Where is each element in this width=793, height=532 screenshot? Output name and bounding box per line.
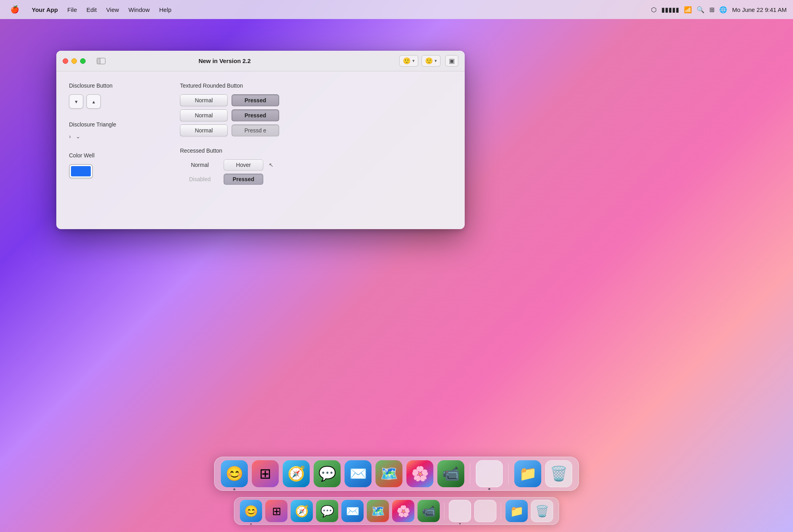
disclosure-triangle-title: Disclosure Triangle <box>69 121 148 128</box>
folder2-icon: 📁 <box>510 505 524 518</box>
emoji-picker2-button[interactable]: 🙂 ▾ <box>421 55 441 67</box>
recessed-pressed-button[interactable]: Pressed <box>224 174 263 185</box>
dock-launchpad[interactable]: ⊞ <box>252 460 279 487</box>
menu-file[interactable]: File <box>63 5 81 15</box>
disclosure-up-button[interactable]: ▴ <box>86 94 101 109</box>
facetime2-icon: 📹 <box>422 505 436 518</box>
textured-normal-2[interactable]: Normal <box>180 109 228 121</box>
recessed-disabled-button: Disabled <box>180 174 220 184</box>
recessed-button-title: Recessed Button <box>180 147 452 154</box>
titlebar-controls: 🙂 ▾ 🙂 ▾ <box>399 55 441 67</box>
messages2-icon: 💬 <box>320 505 334 518</box>
dock-finder[interactable]: 😊 <box>221 460 248 487</box>
textured-button-grid: Normal Pressed Normal Pressed Normal Pre… <box>180 94 452 136</box>
color-well-section: Color Well <box>69 152 148 178</box>
textured-normal-3[interactable]: Normal <box>180 124 228 136</box>
app-name-menu[interactable]: Your App <box>28 5 62 15</box>
recessed-row-2: Disabled Pressed <box>180 174 452 185</box>
recessed-normal-button[interactable]: Normal <box>180 160 220 170</box>
menu-window[interactable]: Window <box>125 5 153 15</box>
color-well-title: Color Well <box>69 152 148 159</box>
menu-view[interactable]: View <box>102 5 123 15</box>
recessed-button-section: Recessed Button Normal Hover ↖ Disabled … <box>180 147 452 185</box>
siri-dot <box>488 488 490 490</box>
dock-folder[interactable]: 📁 <box>514 460 541 487</box>
apple-menu[interactable]: 🍎 <box>6 4 23 15</box>
mail-icon: ✉️ <box>349 465 367 482</box>
secondary-dock: 😊 ⊞ 🧭 💬 ✉️ 🗺️ 🌸 📹 📁 <box>234 497 559 525</box>
dock2-generic1-dot <box>459 523 461 524</box>
dock-trash[interactable]: 🗑️ <box>545 460 572 487</box>
disclosure-triangles-group: › ⌄ <box>69 133 148 140</box>
dock-messages[interactable]: 💬 <box>314 460 341 487</box>
textured-row-3: Normal Pressd e <box>180 124 452 136</box>
color-well-button[interactable] <box>69 164 93 178</box>
dock-maps[interactable]: 🗺️ <box>375 460 402 487</box>
textured-pressed-1[interactable]: Pressed <box>232 94 279 106</box>
chevron-up-icon: ▴ <box>92 99 95 105</box>
maps2-icon: 🗺️ <box>371 505 385 518</box>
mail2-icon: ✉️ <box>346 505 360 518</box>
disclosure-down-button[interactable]: ▾ <box>69 94 83 109</box>
textured-row-1: Normal Pressed <box>180 94 452 106</box>
disclosure-button-section: Disclosure Button ▾ ▴ <box>69 82 148 109</box>
titlebar: New in Version 2.2 🙂 ▾ 🙂 ▾ ▣ <box>56 51 465 71</box>
maps-icon: 🗺️ <box>380 465 398 482</box>
dock2-generic2[interactable] <box>474 500 496 522</box>
dock-photos[interactable]: 🌸 <box>406 460 433 487</box>
app-window: New in Version 2.2 🙂 ▾ 🙂 ▾ ▣ Disclosure … <box>56 51 465 229</box>
datetime-display: Mo June 22 9:41 AM <box>732 6 787 13</box>
dock-mail[interactable]: ✉️ <box>345 460 372 487</box>
dock-siri[interactable] <box>476 460 503 487</box>
triangle-right-button[interactable]: › <box>69 133 71 140</box>
finder-dot <box>234 488 236 490</box>
dock2-finder[interactable]: 😊 <box>240 500 262 522</box>
recessed-hover-button[interactable]: Hover <box>224 159 263 170</box>
emoji-picker-button[interactable]: 🙂 ▾ <box>399 55 418 67</box>
facetime-icon: 📹 <box>442 465 460 482</box>
left-panel: Disclosure Button ▾ ▴ Disclosure Triangl… <box>69 82 148 218</box>
siri-icon[interactable]: 🌐 <box>719 6 727 13</box>
dock2-maps[interactable]: 🗺️ <box>367 500 389 522</box>
menu-edit[interactable]: Edit <box>82 5 101 15</box>
safari-icon: 🧭 <box>287 465 305 482</box>
dock2-photos[interactable]: 🌸 <box>392 500 414 522</box>
launchpad2-icon: ⊞ <box>272 505 281 518</box>
menubar-right: ⬡ ▮▮▮▮▮ 📶 🔍 ⊞ 🌐 Mo June 22 9:41 AM <box>651 6 787 13</box>
recessed-row-1: Normal Hover ↖ <box>180 159 452 170</box>
dock2-trash[interactable]: 🗑️ <box>531 500 553 522</box>
dock2-launchpad[interactable]: ⊞ <box>265 500 287 522</box>
folder-icon: 📁 <box>519 465 537 482</box>
dock2-messages[interactable]: 💬 <box>316 500 338 522</box>
control-center-icon[interactable]: ⊞ <box>709 6 714 13</box>
dock2-separator-1 <box>444 503 444 519</box>
main-dock: 😊 ⊞ 🧭 💬 ✉️ 🗺️ 🌸 📹 📁 <box>214 457 579 491</box>
textured-normal-1[interactable]: Normal <box>180 94 228 106</box>
cursor-indicator: ↖ <box>269 162 274 168</box>
photos-icon: 🌸 <box>411 465 429 482</box>
dock-facetime[interactable]: 📹 <box>437 460 464 487</box>
recessed-button-grid: Normal Hover ↖ Disabled Pressed <box>180 159 452 185</box>
chevron-down2-icon: ▾ <box>435 58 437 63</box>
textured-pressed-2[interactable]: Pressed <box>232 109 279 121</box>
triangle-down-button[interactable]: ⌄ <box>76 133 80 140</box>
menu-help[interactable]: Help <box>155 5 175 15</box>
disclosure-button-title: Disclosure Button <box>69 82 148 89</box>
dock2-separator-2 <box>501 503 501 519</box>
menubar: 🍎 Your App File Edit View Window Help ⬡ … <box>0 0 793 19</box>
dock-safari[interactable]: 🧭 <box>283 460 310 487</box>
dock2-folder[interactable]: 📁 <box>506 500 528 522</box>
dock-area: 😊 ⊞ 🧭 💬 ✉️ 🗺️ 🌸 📹 📁 <box>0 397 793 532</box>
trash2-icon: 🗑️ <box>535 505 549 518</box>
right-panel: Textured Rounded Button Normal Pressed N… <box>180 82 452 218</box>
search-icon[interactable]: 🔍 <box>697 6 705 13</box>
sidebar-toggle-right-button[interactable]: ▣ <box>445 55 458 67</box>
dock-separator-1 <box>470 463 470 484</box>
dock2-mail[interactable]: ✉️ <box>341 500 364 522</box>
battery-icon: ▮▮▮▮▮ <box>661 6 679 13</box>
dock2-facetime[interactable]: 📹 <box>418 500 440 522</box>
photos2-icon: 🌸 <box>396 505 410 518</box>
textured-pressed-3[interactable]: Pressd e <box>232 124 279 136</box>
dock2-generic1[interactable] <box>449 500 471 522</box>
dock2-safari[interactable]: 🧭 <box>291 500 313 522</box>
